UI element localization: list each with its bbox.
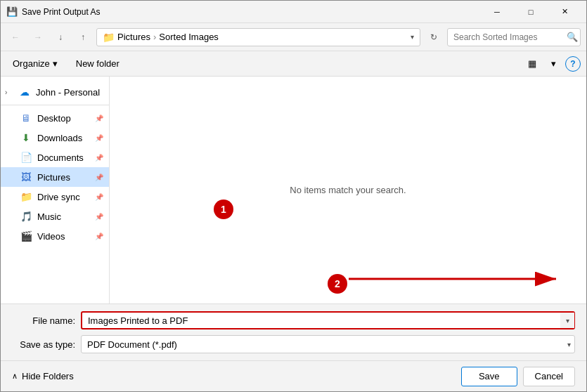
drivesync-icon: 📁 bbox=[19, 191, 33, 202]
cancel-button[interactable]: Cancel bbox=[523, 367, 575, 386]
new-folder-label: New folder bbox=[76, 58, 120, 69]
view-button[interactable]: ▦ bbox=[523, 55, 541, 73]
expand-spacer bbox=[6, 233, 15, 240]
back-button[interactable]: ← bbox=[6, 28, 25, 46]
documents-icon: 📄 bbox=[19, 152, 33, 163]
sidebar: › ☁ John - Personal 🖥 Desktop 📌 ⬇ Downlo… bbox=[1, 77, 110, 303]
sidebar-item-drivesync[interactable]: 📁 Drive sync 📌 bbox=[1, 187, 109, 207]
help-button[interactable]: ? bbox=[565, 56, 581, 72]
window-controls: ─ □ ✕ bbox=[481, 2, 581, 22]
refresh-button[interactable]: ↻ bbox=[425, 28, 443, 46]
filetype-select-wrapper: PDF Document (*.pdf) All Files (*.*) ▾ bbox=[81, 335, 575, 353]
new-folder-button[interactable]: New folder bbox=[70, 55, 126, 73]
filetype-label: Save as type: bbox=[12, 339, 75, 350]
expand-spacer bbox=[6, 115, 15, 122]
up-button[interactable]: ↑ bbox=[74, 28, 92, 46]
expand-icon: › bbox=[5, 89, 13, 96]
downloads-icon: ⬇ bbox=[19, 132, 33, 143]
view-icon: ▦ bbox=[528, 58, 536, 69]
toolbar: Organize ▾ New folder ▦ ▾ ? bbox=[1, 51, 586, 77]
expand-spacer bbox=[6, 174, 15, 181]
view-dropdown-button[interactable]: ▾ bbox=[544, 55, 562, 73]
filename-dropdown-button[interactable]: ▾ bbox=[560, 313, 574, 328]
pin-icon: 📌 bbox=[95, 134, 103, 142]
pin-icon: 📌 bbox=[95, 213, 103, 221]
sidebar-item-label: Drive sync bbox=[37, 192, 91, 202]
pin-icon: 📌 bbox=[95, 154, 103, 162]
sidebar-item-onedrive[interactable]: › ☁ John - Personal bbox=[1, 82, 109, 102]
videos-icon: 🎬 bbox=[19, 230, 33, 242]
search-input[interactable] bbox=[447, 28, 581, 46]
chevron-up-icon: ∧ bbox=[12, 372, 18, 381]
action-bar: ∧ Hide Folders Save Cancel bbox=[1, 360, 586, 391]
sidebar-item-videos[interactable]: 🎬 Videos 📌 bbox=[1, 226, 109, 246]
window-title: Save Print Output As bbox=[22, 7, 481, 17]
hide-folders-label: Hide Folders bbox=[22, 371, 74, 381]
folder-icon: 📁 bbox=[103, 32, 115, 43]
filetype-row: Save as type: PDF Document (*.pdf) All F… bbox=[12, 335, 575, 353]
expand-spacer bbox=[6, 213, 15, 221]
filetype-select[interactable]: PDF Document (*.pdf) All Files (*.*) bbox=[81, 335, 575, 353]
sidebar-item-label: Documents bbox=[37, 152, 91, 163]
annotation-circle-1: 1 bbox=[214, 200, 233, 219]
sidebar-item-pictures[interactable]: 🖼 Pictures 📌 bbox=[1, 167, 109, 187]
sidebar-item-label: Downloads bbox=[37, 133, 91, 143]
filename-input-wrapper: ▾ bbox=[81, 311, 575, 329]
minimize-button[interactable]: ─ bbox=[481, 2, 513, 22]
music-icon: 🎵 bbox=[19, 211, 33, 222]
save-button[interactable]: Save bbox=[461, 367, 517, 386]
sidebar-item-documents[interactable]: 📄 Documents 📌 bbox=[1, 148, 109, 167]
sidebar-item-downloads[interactable]: ⬇ Downloads 📌 bbox=[1, 128, 109, 148]
sidebar-item-label: Videos bbox=[37, 231, 91, 242]
address-bar: ← → ↓ ↑ 📁 Pictures › Sorted Images ▾ ↻ 🔍 bbox=[1, 23, 586, 51]
sidebar-item-desktop[interactable]: 🖥 Desktop 📌 bbox=[1, 108, 109, 128]
sidebar-item-music[interactable]: 🎵 Music 📌 bbox=[1, 207, 109, 226]
pin-icon: 📌 bbox=[95, 174, 103, 181]
pin-icon: 📌 bbox=[95, 233, 103, 240]
sidebar-item-label: Pictures bbox=[37, 172, 91, 183]
hide-folders-button[interactable]: ∧ Hide Folders bbox=[12, 371, 74, 381]
pin-icon: 📌 bbox=[95, 115, 103, 122]
filename-label: File name: bbox=[12, 315, 75, 326]
sidebar-item-label: John - Personal bbox=[36, 87, 103, 98]
organize-arrow: ▾ bbox=[53, 58, 58, 69]
filename-input[interactable] bbox=[81, 311, 575, 329]
dropdown-button[interactable]: ↓ bbox=[51, 28, 70, 46]
breadcrumb[interactable]: 📁 Pictures › Sorted Images ▾ bbox=[96, 28, 420, 46]
search-icon-button[interactable]: 🔍 bbox=[567, 32, 578, 42]
sidebar-divider bbox=[1, 105, 109, 105]
sidebar-item-label: Music bbox=[37, 211, 91, 222]
sidebar-item-label: Desktop bbox=[37, 113, 91, 124]
expand-spacer bbox=[6, 193, 15, 201]
close-button[interactable]: ✕ bbox=[548, 2, 581, 22]
toolbar-right: ▦ ▾ ? bbox=[523, 55, 581, 73]
expand-spacer bbox=[6, 134, 15, 142]
bottom-bar: File name: ▾ Save as type: PDF Document … bbox=[1, 303, 586, 360]
search-wrapper: 🔍 bbox=[447, 28, 581, 46]
breadcrumb-part-2: Sorted Images bbox=[159, 32, 219, 42]
expand-spacer bbox=[6, 154, 15, 162]
title-bar: 💾 Save Print Output As ─ □ ✕ bbox=[1, 1, 586, 23]
pictures-icon: 🖼 bbox=[19, 171, 33, 183]
filename-row: File name: ▾ bbox=[12, 311, 575, 329]
maximize-button[interactable]: □ bbox=[515, 2, 547, 22]
empty-message: No items match your search. bbox=[290, 185, 406, 195]
annotation-circle-2: 2 bbox=[328, 274, 347, 294]
breadcrumb-dropdown-button[interactable]: ▾ bbox=[411, 33, 414, 41]
organize-label: Organize bbox=[13, 58, 50, 69]
pin-icon: 📌 bbox=[95, 193, 103, 201]
file-area: No items match your search. 1 2 bbox=[110, 77, 586, 303]
breadcrumb-part-1: Pictures bbox=[117, 32, 150, 42]
breadcrumb-separator: › bbox=[153, 32, 156, 42]
onedrive-icon: ☁ bbox=[18, 86, 32, 98]
window-icon: 💾 bbox=[6, 6, 18, 18]
arrow-annotation bbox=[349, 268, 567, 289]
main-content: › ☁ John - Personal 🖥 Desktop 📌 ⬇ Downlo… bbox=[1, 77, 586, 303]
organize-button[interactable]: Organize ▾ bbox=[6, 55, 64, 73]
forward-button[interactable]: → bbox=[29, 28, 47, 46]
desktop-icon: 🖥 bbox=[19, 112, 33, 124]
